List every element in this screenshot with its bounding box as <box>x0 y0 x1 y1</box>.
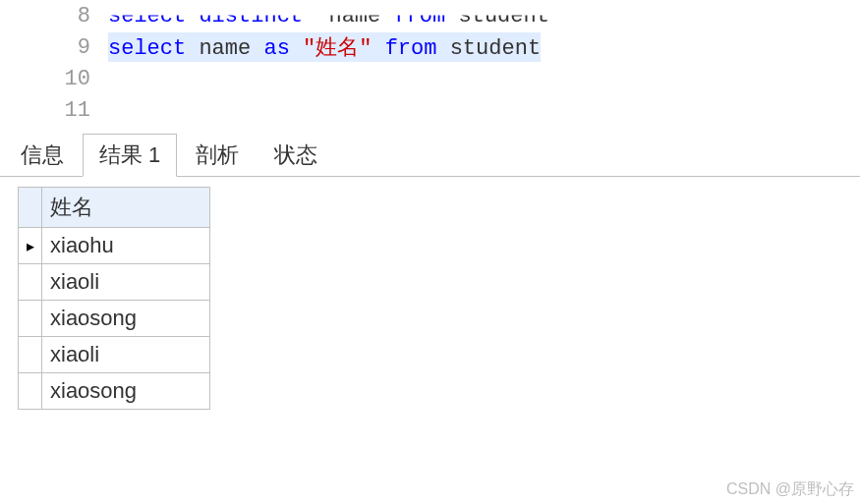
row-indicator: ▸ <box>19 228 42 263</box>
editor-line[interactable]: 8select distinct name from student <box>0 0 860 31</box>
watermark: CSDN @原野心存 <box>726 479 854 500</box>
row-indicator <box>19 373 42 409</box>
tab-2[interactable]: 剖析 <box>179 134 256 176</box>
sql-editor[interactable]: 8select distinct name from student9selec… <box>0 0 860 126</box>
table-cell[interactable]: xiaosong <box>42 301 209 336</box>
editor-line[interactable]: 10 <box>0 63 860 94</box>
tab-0[interactable]: 信息 <box>4 134 81 176</box>
table-header-row: 姓名 <box>19 188 209 228</box>
table-row[interactable]: xiaoli <box>19 337 209 373</box>
result-tabs: 信息结果 1剖析状态 <box>0 134 860 177</box>
row-indicator <box>19 264 42 300</box>
result-grid[interactable]: 姓名▸xiaohuxiaolixiaosongxiaolixiaosong <box>18 187 210 410</box>
line-number: 10 <box>0 67 108 91</box>
table-row[interactable]: ▸xiaohu <box>19 228 209 264</box>
editor-line[interactable]: 9select name as "姓名" from student <box>0 31 860 63</box>
results-area: 信息结果 1剖析状态 姓名▸xiaohuxiaolixiaosongxiaoli… <box>0 134 860 414</box>
table-cell[interactable]: xiaohu <box>42 228 209 263</box>
row-indicator <box>19 188 42 227</box>
table-row[interactable]: xiaosong <box>19 373 209 409</box>
column-header[interactable]: 姓名 <box>42 188 209 227</box>
code-content[interactable]: select distinct name from student <box>108 4 549 28</box>
line-number: 8 <box>0 4 108 28</box>
tab-3[interactable]: 状态 <box>258 134 334 176</box>
line-number: 11 <box>0 98 108 123</box>
table-cell[interactable]: xiaosong <box>42 373 209 409</box>
table-row[interactable]: xiaoli <box>19 264 209 301</box>
table-cell[interactable]: xiaoli <box>42 264 209 300</box>
row-indicator <box>19 301 42 336</box>
code-content[interactable]: select name as "姓名" from student <box>108 32 541 62</box>
editor-line[interactable]: 11 <box>0 94 860 126</box>
tab-1[interactable]: 结果 1 <box>83 134 177 177</box>
row-indicator <box>19 337 42 372</box>
table-row[interactable]: xiaosong <box>19 301 209 337</box>
line-number: 9 <box>0 35 108 60</box>
table-cell[interactable]: xiaoli <box>42 337 209 372</box>
